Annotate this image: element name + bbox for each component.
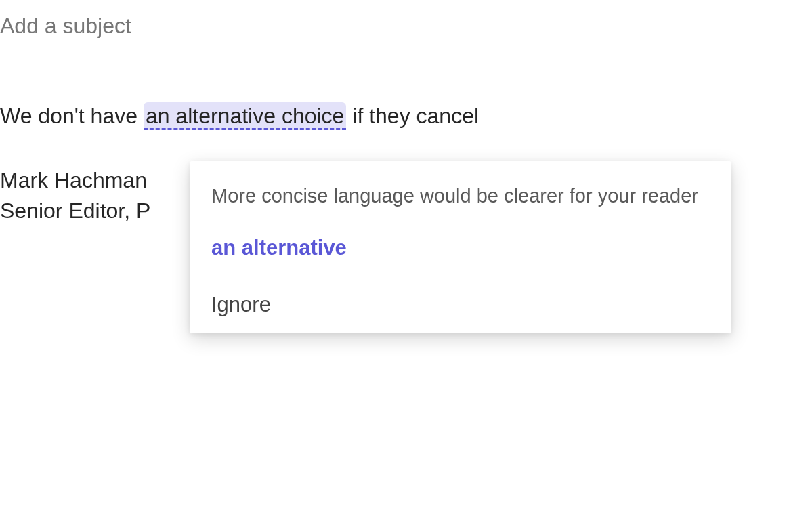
grammar-flagged-phrase[interactable]: an alternative choice (144, 102, 347, 130)
email-text-line: We don't have an alternative choice if t… (0, 100, 812, 131)
subject-field-container: Add a subject (0, 0, 812, 58)
suggestion-description: More concise language would be clearer f… (211, 182, 710, 210)
subject-input[interactable]: Add a subject (0, 14, 131, 38)
grammar-suggestion-popup: More concise language would be clearer f… (190, 161, 731, 333)
body-text-after: if they cancel (346, 104, 479, 128)
body-text-before: We don't have (0, 104, 144, 128)
suggestion-replacement-option[interactable]: an alternative (211, 236, 710, 260)
ignore-button[interactable]: Ignore (211, 293, 710, 317)
